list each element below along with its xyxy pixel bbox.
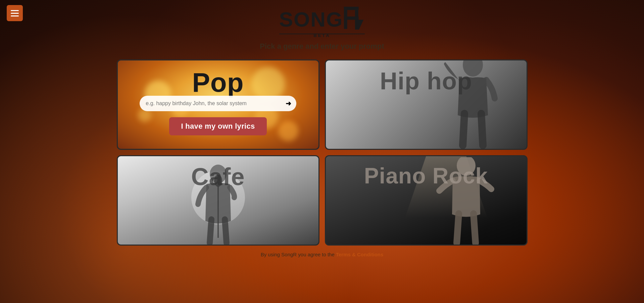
footer: By using SongR you agree to the Terms & …: [0, 252, 644, 257]
genre-card-pop[interactable]: Pop ➜ I have my own lyrics: [117, 59, 319, 150]
pop-search-input[interactable]: [140, 96, 281, 111]
pop-search-row: ➜: [140, 96, 296, 111]
svg-rect-1: [344, 7, 359, 10]
menu-icon-line2: [11, 13, 19, 14]
logo-song: SONG: [279, 9, 343, 30]
logo-beta: BETA: [313, 33, 330, 38]
genre-card-cafe[interactable]: Cafe: [117, 155, 319, 246]
menu-icon-line1: [11, 10, 19, 11]
svg-rect-2: [344, 16, 359, 20]
pianorock-label: Piano Rock: [326, 163, 527, 188]
svg-rect-3: [355, 10, 358, 16]
svg-marker-4: [355, 20, 363, 30]
hiphop-label: Hip hop: [326, 67, 527, 95]
header: SONG BETA Pick a genre and enter your pr…: [0, 0, 644, 51]
pop-content: ➜ I have my own lyrics: [118, 96, 318, 135]
genre-grid: Pop ➜ I have my own lyrics: [114, 57, 530, 248]
logo-r: [343, 6, 365, 33]
pop-label: Pop: [118, 67, 318, 98]
pop-search-button[interactable]: ➜: [281, 96, 296, 111]
subtitle: Pick a genre and enter your prompt: [260, 42, 384, 51]
logo-r-svg: [343, 6, 365, 30]
own-lyrics-button[interactable]: I have my own lyrics: [169, 117, 267, 135]
logo-text: SONG: [279, 6, 365, 33]
arrow-right-icon: ➜: [286, 99, 291, 107]
cafe-label: Cafe: [118, 163, 318, 190]
genre-card-hiphop[interactable]: Hip hop: [325, 59, 528, 150]
genre-card-pianorock[interactable]: Piano Rock: [325, 155, 528, 246]
menu-button[interactable]: [7, 5, 23, 21]
logo: SONG BETA: [279, 6, 365, 38]
terms-link[interactable]: Terms & Conditions: [336, 252, 383, 257]
menu-icon-line3: [11, 15, 19, 16]
footer-text: By using SongR you agree to the: [261, 252, 336, 257]
